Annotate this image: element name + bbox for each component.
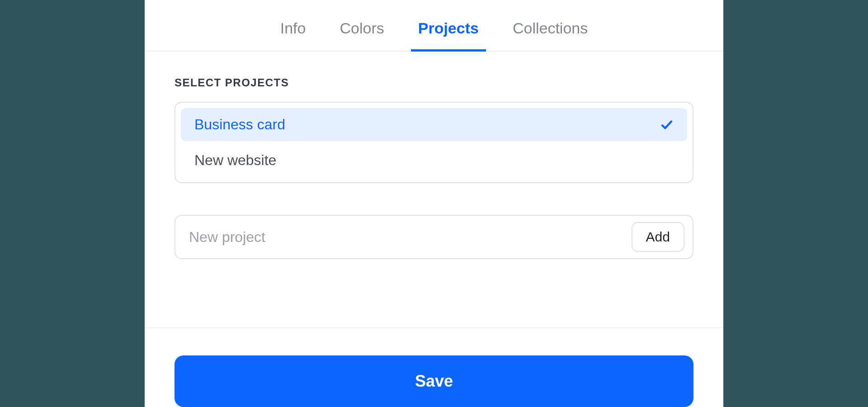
tab-label: Info (280, 19, 306, 37)
tab-label: Colors (340, 19, 384, 37)
footer: Save (145, 327, 723, 407)
tab-collections[interactable]: Collections (508, 19, 592, 51)
project-item-business-card[interactable]: Business card (181, 108, 687, 141)
project-item-label: New website (194, 152, 276, 169)
new-project-row: Add (175, 215, 693, 259)
project-item-new-website[interactable]: New website (181, 144, 687, 177)
tab-projects[interactable]: Projects (414, 19, 483, 51)
tab-bar: Info Colors Projects Collections (145, 0, 723, 52)
new-project-input[interactable] (188, 228, 623, 246)
add-button[interactable]: Add (632, 222, 684, 252)
check-icon (660, 118, 674, 132)
tab-label: Projects (418, 19, 479, 37)
projects-list: Business card New website (175, 102, 693, 183)
save-button[interactable]: Save (175, 355, 693, 407)
project-item-label: Business card (194, 116, 285, 133)
section-label: Select Projects (175, 76, 693, 89)
tab-info[interactable]: Info (276, 19, 311, 51)
content-area: Select Projects Business card New websit… (145, 52, 723, 327)
settings-panel: Info Colors Projects Collections Select … (145, 0, 723, 407)
tab-label: Collections (513, 19, 588, 37)
tab-colors[interactable]: Colors (335, 19, 388, 51)
